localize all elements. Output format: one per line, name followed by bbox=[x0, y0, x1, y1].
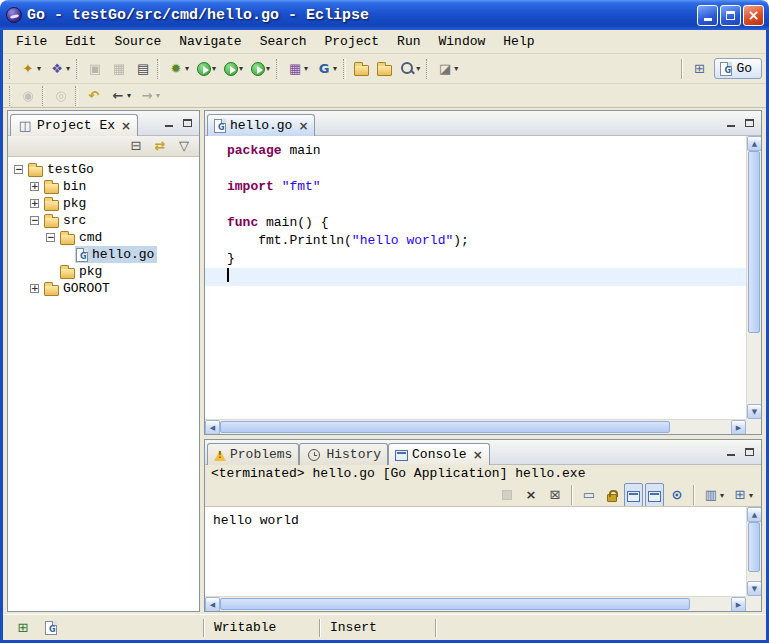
toolbar-grip[interactable] bbox=[76, 59, 79, 79]
maximize-view-button[interactable] bbox=[179, 114, 196, 131]
scroll-right-button[interactable]: ▶ bbox=[731, 597, 746, 611]
external-tools-button[interactable]: ▾ bbox=[248, 57, 273, 81]
scrollbar-track[interactable] bbox=[220, 597, 731, 611]
go-perspective-button[interactable]: Go bbox=[714, 58, 762, 79]
new-wizard-button[interactable]: ✦▾ bbox=[17, 57, 44, 81]
toolbar-grip[interactable] bbox=[276, 59, 279, 79]
scroll-left-button[interactable]: ◀ bbox=[205, 597, 220, 611]
console-horizontal-scrollbar[interactable]: ◀ ▶ bbox=[205, 596, 746, 611]
remove-all-button[interactable]: ⊠ bbox=[544, 483, 566, 507]
scrollbar-thumb[interactable] bbox=[748, 522, 760, 572]
code-line[interactable] bbox=[205, 196, 746, 214]
editor-horizontal-scrollbar[interactable]: ◀ ▶ bbox=[205, 419, 746, 434]
dropdown-arrow-icon[interactable]: ▾ bbox=[304, 64, 308, 73]
tree-item-goroot[interactable]: +GOROOT bbox=[8, 280, 199, 297]
dropdown-arrow-icon[interactable]: ▾ bbox=[333, 64, 337, 73]
view-menu-button[interactable]: ▽ bbox=[173, 134, 195, 158]
open-perspective-button[interactable]: ⊞ bbox=[688, 57, 710, 81]
menu-edit[interactable]: Edit bbox=[56, 32, 105, 51]
display-console-button[interactable]: ▥▾ bbox=[700, 483, 727, 507]
tree-item-src[interactable]: −src bbox=[8, 212, 199, 229]
scroll-up-button[interactable]: ▲ bbox=[747, 507, 761, 522]
code-line[interactable]: func main() { bbox=[205, 214, 746, 232]
maximize-view-button[interactable] bbox=[741, 114, 758, 131]
toolbar-grip[interactable] bbox=[42, 86, 45, 106]
dropdown-arrow-icon[interactable]: ▾ bbox=[720, 491, 724, 500]
go-package-button[interactable]: ▦▾ bbox=[284, 57, 311, 81]
go-status-button[interactable] bbox=[42, 616, 60, 640]
maximize-button[interactable] bbox=[720, 5, 741, 26]
fast-view-button[interactable]: ⊞ bbox=[12, 616, 34, 640]
dropdown-arrow-icon[interactable]: ▾ bbox=[454, 64, 458, 73]
annotations-button[interactable]: ◪▾ bbox=[434, 57, 461, 81]
menu-navigate[interactable]: Navigate bbox=[170, 32, 250, 51]
maximize-view-button[interactable] bbox=[741, 443, 758, 460]
code-line[interactable]: package main bbox=[205, 142, 746, 160]
menu-file[interactable]: File bbox=[7, 32, 56, 51]
code-line[interactable]: fmt.Println("hello world"); bbox=[205, 232, 746, 250]
expand-icon[interactable]: + bbox=[30, 182, 39, 191]
menu-project[interactable]: Project bbox=[315, 32, 388, 51]
editor-vertical-scrollbar[interactable]: ▲ ▼ bbox=[746, 136, 761, 419]
collapse-all-button[interactable]: ⊟ bbox=[125, 134, 147, 158]
expand-icon[interactable]: + bbox=[30, 199, 39, 208]
tab-problems[interactable]: Problems bbox=[207, 443, 299, 465]
scroll-left-button[interactable]: ◀ bbox=[205, 420, 220, 434]
tab-console[interactable]: Console× bbox=[388, 443, 490, 465]
new-go-element-button[interactable]: ❖▾ bbox=[46, 57, 73, 81]
tree-item-bin[interactable]: +bin bbox=[8, 178, 199, 195]
menu-window[interactable]: Window bbox=[430, 32, 495, 51]
run-last-button[interactable]: ▾ bbox=[221, 57, 246, 81]
console-vertical-scrollbar[interactable]: ▲ ▼ bbox=[746, 507, 761, 596]
dropdown-arrow-icon[interactable]: ▾ bbox=[66, 64, 70, 73]
pin-console-button[interactable]: ⊙ bbox=[666, 483, 688, 507]
scroll-down-button[interactable]: ▼ bbox=[747, 404, 761, 419]
godoc-button[interactable]: G▾ bbox=[313, 57, 340, 81]
close-tab-icon[interactable]: × bbox=[121, 119, 131, 133]
dropdown-arrow-icon[interactable]: ▾ bbox=[239, 64, 243, 73]
editor-tab-hello-go[interactable]: hello.go × bbox=[207, 114, 315, 136]
toolbar-grip[interactable] bbox=[9, 59, 12, 79]
show-stderr-button[interactable] bbox=[645, 483, 664, 507]
minimize-view-button[interactable] bbox=[722, 443, 739, 460]
minimize-view-button[interactable] bbox=[160, 114, 177, 131]
scroll-down-button[interactable]: ▼ bbox=[747, 581, 761, 596]
clear-console-button[interactable]: ▭ bbox=[578, 483, 600, 507]
close-tab-icon[interactable]: × bbox=[473, 448, 483, 462]
dropdown-arrow-icon[interactable]: ▾ bbox=[749, 491, 753, 500]
back-button[interactable]: ←▾ bbox=[107, 84, 134, 108]
menu-help[interactable]: Help bbox=[494, 32, 543, 51]
dropdown-arrow-icon[interactable]: ▾ bbox=[212, 64, 216, 73]
dropdown-arrow-icon[interactable]: ▾ bbox=[156, 91, 160, 100]
collapse-icon[interactable]: − bbox=[14, 165, 23, 174]
menu-run[interactable]: Run bbox=[388, 32, 429, 51]
tree-item-testgo[interactable]: −testGo bbox=[8, 161, 199, 178]
scrollbar-track[interactable] bbox=[220, 420, 731, 434]
scrollbar-thumb[interactable] bbox=[220, 421, 670, 433]
code-line[interactable] bbox=[205, 160, 746, 178]
print-button[interactable]: ▤ bbox=[132, 57, 154, 81]
tree-item-pkg[interactable]: pkg bbox=[8, 263, 199, 280]
tree-item-cmd[interactable]: −cmd bbox=[8, 229, 199, 246]
minimize-view-button[interactable] bbox=[722, 114, 739, 131]
menu-search[interactable]: Search bbox=[251, 32, 316, 51]
dropdown-arrow-icon[interactable]: ▾ bbox=[416, 64, 420, 73]
tab-history[interactable]: History bbox=[299, 443, 388, 465]
toolbar-grip[interactable] bbox=[426, 59, 429, 79]
open-console-button[interactable]: ⊞▾ bbox=[729, 483, 756, 507]
minimize-button[interactable] bbox=[697, 5, 718, 26]
code-area[interactable]: package mainimport "fmt"func main() { fm… bbox=[205, 136, 746, 419]
scroll-lock-button[interactable] bbox=[602, 483, 622, 507]
open-resource-button[interactable] bbox=[351, 57, 372, 81]
link-editor-sync-button[interactable]: ⇄ bbox=[149, 134, 171, 158]
last-edit-button[interactable]: ↶ bbox=[83, 84, 105, 108]
close-button[interactable]: × bbox=[743, 5, 764, 26]
scroll-up-button[interactable]: ▲ bbox=[747, 136, 761, 151]
code-line[interactable]: import "fmt" bbox=[205, 178, 746, 196]
show-stdout-button[interactable] bbox=[624, 483, 643, 507]
dropdown-arrow-icon[interactable]: ▾ bbox=[185, 64, 189, 73]
tab-project-explorer[interactable]: ◫ Project Ex × bbox=[10, 114, 138, 136]
dropdown-arrow-icon[interactable]: ▾ bbox=[127, 91, 131, 100]
toolbar-grip[interactable] bbox=[343, 59, 346, 79]
open-type-button[interactable] bbox=[374, 57, 395, 81]
